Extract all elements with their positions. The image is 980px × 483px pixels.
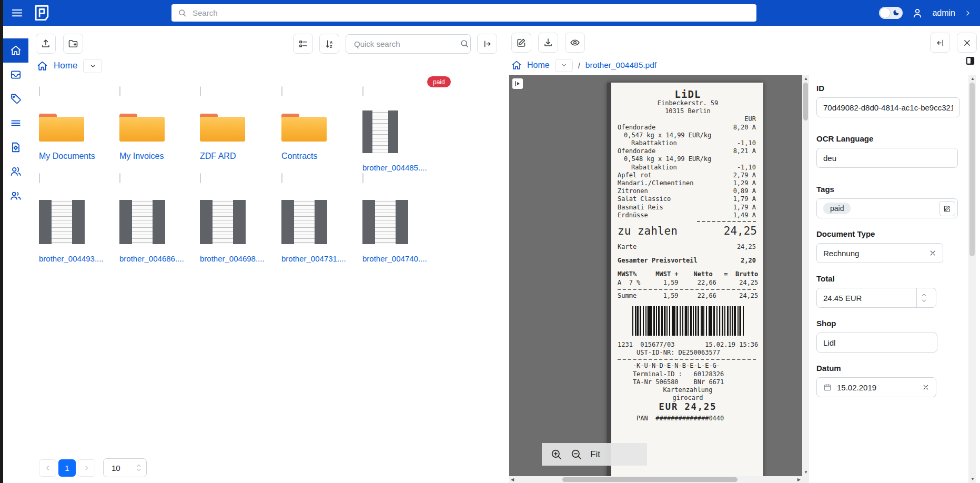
- sidebar-item-users[interactable]: [3, 159, 28, 184]
- sidebar-item-document-types[interactable]: [3, 135, 28, 159]
- zoom-fit-button[interactable]: Fit: [590, 449, 600, 460]
- breadcrumb-home[interactable]: Home: [527, 61, 550, 70]
- scroll-left-icon[interactable]: ◀: [511, 478, 514, 482]
- document-name[interactable]: brother_004731....: [281, 254, 355, 263]
- vertical-scrollbar[interactable]: ▲ ▼: [802, 75, 809, 476]
- select-checkbox[interactable]: [362, 173, 363, 183]
- scroll-down-icon[interactable]: ▼: [804, 470, 808, 475]
- open-thumbnails-button[interactable]: [512, 78, 523, 89]
- document-type-field[interactable]: Rechnung: [816, 243, 943, 263]
- upload-button[interactable]: [36, 34, 56, 54]
- select-checkbox[interactable]: [119, 86, 120, 96]
- document-name[interactable]: brother_004493....: [39, 254, 113, 263]
- chevron-right-icon[interactable]: [964, 9, 972, 17]
- quick-search-input[interactable]: [353, 39, 460, 49]
- document-tile[interactable]: brother_004485....: [362, 87, 436, 172]
- horizontal-scrollbar[interactable]: ◀ ▶: [509, 476, 802, 483]
- scrollbar-thumb[interactable]: [803, 83, 808, 120]
- breadcrumb-menu-button[interactable]: [555, 59, 573, 72]
- page-canvas[interactable]: LiDL Einbeckerstr. 59 10315 Berlin EUR O…: [509, 75, 809, 483]
- document-name[interactable]: brother_004686....: [119, 254, 193, 263]
- select-checkbox[interactable]: [281, 173, 282, 183]
- zoom-out-icon[interactable]: [570, 448, 582, 460]
- hamburger-icon[interactable]: [11, 6, 24, 19]
- username[interactable]: admin: [932, 8, 955, 18]
- document-tile[interactable]: brother_004698....: [200, 174, 274, 263]
- scroll-up-icon[interactable]: ▲: [971, 77, 975, 81]
- document-name[interactable]: brother_004740....: [362, 254, 436, 263]
- ocr-preview-button[interactable]: [565, 33, 585, 53]
- document-thumbnail: [362, 110, 398, 153]
- sidebar-item-home[interactable]: [3, 38, 28, 63]
- select-checkbox[interactable]: [39, 173, 40, 183]
- sidebar-item-custom-fields[interactable]: [3, 111, 28, 135]
- view-options-button[interactable]: [293, 34, 313, 54]
- sidebar-item-inbox[interactable]: [3, 63, 28, 87]
- select-checkbox[interactable]: [39, 86, 40, 96]
- folder-tile[interactable]: ZDF ARD: [200, 87, 274, 161]
- folder-icon: [200, 114, 245, 142]
- scroll-down-icon[interactable]: ▼: [971, 477, 975, 481]
- current-page[interactable]: 1: [58, 459, 76, 477]
- zoom-in-icon[interactable]: [550, 448, 562, 460]
- sidebar-item-tags[interactable]: [3, 87, 28, 111]
- page-size-select[interactable]: 10: [103, 458, 147, 477]
- document-tile[interactable]: brother_004740....: [362, 174, 436, 263]
- folder-name[interactable]: My Invoices: [119, 152, 193, 161]
- panel-scrollbar[interactable]: ▲ ▼: [968, 75, 976, 483]
- breadcrumb-separator: /: [578, 61, 580, 70]
- search-input[interactable]: [191, 8, 750, 18]
- select-checkbox[interactable]: [200, 86, 201, 96]
- folder-name[interactable]: Contracts: [281, 152, 355, 161]
- total-stepper[interactable]: [916, 288, 932, 307]
- papermerge-logo[interactable]: [33, 4, 51, 22]
- folder-name[interactable]: My Documents: [39, 152, 113, 161]
- total-field[interactable]: 24.45 EUR: [816, 288, 936, 308]
- breadcrumb-home[interactable]: Home: [54, 61, 77, 71]
- scrollbar-thumb[interactable]: [562, 477, 737, 482]
- select-checkbox[interactable]: [119, 173, 120, 183]
- folder-tile[interactable]: My Invoices: [119, 87, 193, 161]
- folder-name[interactable]: ZDF ARD: [200, 152, 274, 161]
- document-tile[interactable]: brother_004493....: [39, 174, 113, 263]
- eye-icon: [570, 37, 580, 48]
- select-checkbox[interactable]: [281, 86, 282, 96]
- folder-tile[interactable]: My Documents: [39, 87, 113, 161]
- scroll-up-icon[interactable]: ▲: [804, 77, 808, 81]
- download-button[interactable]: [538, 33, 558, 53]
- clear-icon[interactable]: [922, 384, 930, 391]
- edit-document-button[interactable]: [511, 33, 531, 53]
- clear-icon[interactable]: [929, 249, 936, 257]
- ocr-language-field[interactable]: deu: [816, 148, 958, 168]
- breadcrumb-menu-button[interactable]: [83, 59, 102, 73]
- collapse-panel-button[interactable]: [930, 33, 950, 53]
- layout-columns-icon[interactable]: [965, 56, 975, 66]
- prev-page-button[interactable]: [39, 459, 56, 477]
- shop-field[interactable]: Lidl: [816, 333, 937, 353]
- close-viewer-button[interactable]: [957, 33, 977, 53]
- sort-button[interactable]: AZ: [319, 34, 339, 54]
- open-panel-right-button[interactable]: [477, 34, 497, 54]
- tags-field[interactable]: paid: [816, 198, 958, 218]
- home-icon[interactable]: [511, 60, 522, 71]
- document-name[interactable]: brother_004485....: [362, 163, 436, 172]
- select-checkbox[interactable]: [200, 173, 201, 183]
- datum-field[interactable]: 15.02.2019: [816, 377, 936, 397]
- home-icon[interactable]: [37, 61, 48, 72]
- dark-mode-toggle[interactable]: [879, 7, 903, 19]
- folder-tile[interactable]: Contracts: [281, 87, 355, 161]
- document-name[interactable]: brother_004698....: [200, 254, 274, 263]
- scroll-right-icon[interactable]: ▶: [797, 478, 801, 482]
- breadcrumb-document[interactable]: brother_004485.pdf: [585, 61, 656, 70]
- scrollbar-thumb[interactable]: [969, 83, 975, 256]
- id-field[interactable]: 70d49082-d8d0-4814-ac1c-be9cc3213c: [816, 97, 960, 117]
- sidebar-item-groups[interactable]: [3, 184, 28, 208]
- next-page-button[interactable]: [78, 459, 95, 477]
- new-folder-button[interactable]: [63, 34, 83, 54]
- document-tile[interactable]: brother_004731....: [281, 174, 355, 263]
- user-icon[interactable]: [912, 7, 923, 19]
- document-tile[interactable]: brother_004686....: [119, 174, 193, 263]
- edit-tags-button[interactable]: [939, 201, 955, 216]
- select-checkbox[interactable]: [362, 86, 363, 96]
- folder-icon: [119, 114, 165, 142]
